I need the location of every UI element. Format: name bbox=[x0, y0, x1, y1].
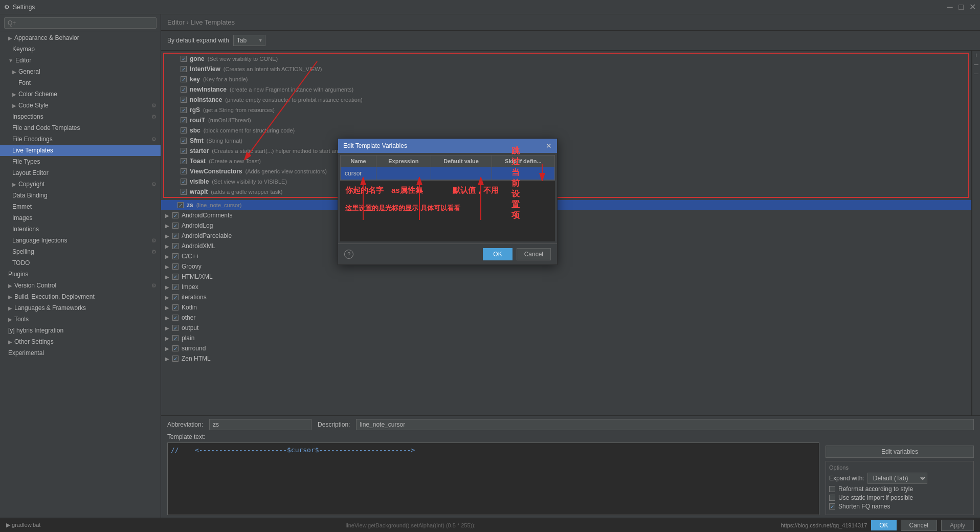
sidebar-item-databinding[interactable]: Data Binding bbox=[0, 190, 161, 201]
group-checkbox[interactable] bbox=[172, 223, 179, 229]
template-group-androidxml[interactable]: AndroidXML bbox=[161, 241, 971, 251]
sidebar-item-layouteditor[interactable]: Layout Editor bbox=[0, 167, 161, 179]
description-input[interactable] bbox=[356, 419, 974, 430]
sidebar-item-versioncontrol[interactable]: Version Control bbox=[0, 280, 161, 291]
group-checkbox[interactable] bbox=[172, 345, 179, 351]
sidebar-item-plugins[interactable]: Plugins bbox=[0, 269, 161, 280]
sidebar-item-emmet[interactable]: Emmet bbox=[0, 201, 161, 212]
sidebar-item-intentions[interactable]: Intentions bbox=[0, 224, 161, 235]
template-checkbox-gone[interactable] bbox=[181, 56, 187, 62]
group-checkbox[interactable] bbox=[172, 274, 179, 280]
sidebar-item-languagesframeworks[interactable]: Languages & Frameworks bbox=[0, 302, 161, 314]
sidebar-item-livetemplates[interactable]: Live Templates bbox=[0, 145, 161, 156]
sidebar-item-fileandcode[interactable]: File and Code Templates bbox=[0, 122, 161, 134]
template-item-zs[interactable]: zs (line_note_cursor) bbox=[161, 200, 971, 210]
template-item-toast[interactable]: Toast (Create a new Toast) bbox=[164, 156, 968, 166]
expand-with-options-select[interactable]: Default (Tab) Tab Enter Space bbox=[867, 473, 927, 484]
sidebar-item-codestyle[interactable]: Code Style bbox=[0, 100, 161, 111]
sidebar-item-tools[interactable]: Tools bbox=[0, 314, 161, 325]
shorten-fq-checkbox[interactable] bbox=[829, 503, 835, 509]
template-item-gone[interactable]: gone (Set view visibility to GONE) bbox=[164, 54, 968, 64]
sidebar-item-font[interactable]: Font bbox=[0, 77, 161, 88]
template-item-wrapit[interactable]: wrapIt (adds a gradle wrapper task) bbox=[164, 187, 968, 197]
template-item-key[interactable]: key (Key for a bundle) bbox=[164, 74, 968, 84]
sidebar-item-keymap[interactable]: Keymap bbox=[0, 43, 161, 55]
edit-variables-button[interactable]: Edit variables bbox=[826, 446, 974, 458]
template-checkbox-sfmt[interactable] bbox=[181, 138, 187, 144]
sidebar-item-languageinjections[interactable]: Language Injections bbox=[0, 235, 161, 246]
template-checkbox-rouit[interactable] bbox=[181, 117, 187, 123]
scroll-down-button[interactable]: ─ bbox=[973, 69, 979, 78]
template-group-androidlog[interactable]: AndroidLog bbox=[161, 220, 971, 231]
template-group-androidcomments[interactable]: AndroidComments bbox=[161, 210, 971, 220]
template-checkbox-wrapit[interactable] bbox=[181, 189, 187, 195]
sidebar-item-images[interactable]: Images bbox=[0, 212, 161, 224]
template-checkbox-visible[interactable] bbox=[181, 179, 187, 185]
template-checkbox-toast[interactable] bbox=[181, 158, 187, 164]
template-checkbox-starter[interactable] bbox=[181, 148, 187, 154]
sidebar-item-experimental[interactable]: Experimental bbox=[0, 347, 161, 359]
sidebar-item-othersettings[interactable]: Other Settings bbox=[0, 336, 161, 347]
search-input[interactable] bbox=[4, 17, 157, 29]
expand-with-select[interactable]: Tab Enter Space bbox=[233, 35, 265, 46]
template-item-noinstance[interactable]: noInstance (private empty constructor to… bbox=[164, 95, 968, 105]
template-item-viewconstructors[interactable]: ViewConstructors (Adds generic view cons… bbox=[164, 166, 968, 176]
template-group-androidparcelable[interactable]: AndroidParcelable bbox=[161, 231, 971, 241]
template-group-htmlxml[interactable]: HTML/XML bbox=[161, 272, 971, 282]
template-checkbox-viewconstructors[interactable] bbox=[181, 168, 187, 174]
group-checkbox[interactable] bbox=[172, 304, 179, 311]
template-group-other[interactable]: other bbox=[161, 313, 971, 323]
cell-defaultvalue[interactable] bbox=[431, 167, 492, 180]
template-checkbox-zs[interactable] bbox=[177, 202, 184, 208]
template-textarea[interactable]: // <----------------------$cursor$------… bbox=[167, 442, 819, 515]
template-group-plain[interactable]: plain bbox=[161, 333, 971, 343]
abbreviation-input[interactable] bbox=[209, 419, 311, 430]
group-checkbox[interactable] bbox=[172, 253, 179, 259]
modal-close-button[interactable]: ✕ bbox=[546, 142, 552, 150]
template-checkbox-rgs[interactable] bbox=[181, 107, 187, 113]
template-checkbox-key[interactable] bbox=[181, 76, 187, 82]
sidebar-item-fileencodings[interactable]: File Encodings bbox=[0, 134, 161, 145]
cell-expression[interactable] bbox=[376, 167, 431, 180]
template-group-iterations[interactable]: iterations bbox=[161, 292, 971, 302]
sidebar-item-appearance[interactable]: Appearance & Behavior bbox=[0, 32, 161, 43]
group-checkbox[interactable] bbox=[172, 212, 179, 218]
group-checkbox[interactable] bbox=[172, 335, 179, 341]
template-group-kotlin[interactable]: Kotlin bbox=[161, 302, 971, 313]
template-group-surround[interactable]: surround bbox=[161, 343, 971, 353]
template-checkbox-noinstance[interactable] bbox=[181, 97, 187, 103]
group-checkbox[interactable] bbox=[172, 315, 179, 321]
group-checkbox[interactable] bbox=[172, 325, 179, 331]
modal-cancel-button[interactable]: Cancel bbox=[517, 248, 551, 260]
group-checkbox[interactable] bbox=[172, 263, 179, 270]
template-item-rgs[interactable]: rgS (get a String from resources) bbox=[164, 105, 968, 115]
close-button[interactable]: ✕ bbox=[969, 4, 976, 11]
sidebar-item-copyright[interactable]: Copyright bbox=[0, 179, 161, 190]
template-group-groovy[interactable]: Groovy bbox=[161, 261, 971, 272]
cell-skipifdefin[interactable] bbox=[492, 167, 554, 180]
template-group-zenhtml[interactable]: Zen HTML bbox=[161, 353, 971, 364]
template-item-sfmt[interactable]: Sfmt (String format) bbox=[164, 136, 968, 146]
group-checkbox[interactable] bbox=[172, 294, 179, 300]
status-ok-button[interactable]: OK bbox=[871, 520, 896, 530]
group-checkbox[interactable] bbox=[172, 233, 179, 239]
template-item-intentview[interactable]: IntentView (Creates an Intent with ACTIO… bbox=[164, 64, 968, 74]
template-group-output[interactable]: output bbox=[161, 323, 971, 333]
scroll-up-button[interactable]: + bbox=[973, 51, 979, 60]
template-group-impex[interactable]: Impex bbox=[161, 282, 971, 292]
template-item-newinstance[interactable]: newInstance (create a new Fragment insta… bbox=[164, 84, 968, 95]
group-checkbox[interactable] bbox=[172, 243, 179, 249]
modal-ok-button[interactable]: OK bbox=[483, 248, 512, 260]
minimize-button[interactable]: ─ bbox=[946, 4, 953, 11]
sidebar-item-todo[interactable]: TODO bbox=[0, 257, 161, 269]
sidebar-item-filetypes[interactable]: File Types bbox=[0, 156, 161, 167]
template-checkbox-intentview[interactable] bbox=[181, 66, 187, 72]
sidebar-item-hybris[interactable]: [y] hybris Integration bbox=[0, 325, 161, 336]
template-group-cpp[interactable]: C/C++ bbox=[161, 251, 971, 261]
group-checkbox[interactable] bbox=[172, 356, 179, 362]
status-cancel-button[interactable]: Cancel bbox=[901, 520, 937, 531]
template-item-visible[interactable]: visible (Set view visibility to VISIBLE) bbox=[164, 176, 968, 187]
sidebar-item-editor[interactable]: Editor bbox=[0, 55, 161, 66]
sidebar-item-colorscheme[interactable]: Color Scheme bbox=[0, 88, 161, 100]
static-import-checkbox[interactable] bbox=[829, 495, 835, 501]
